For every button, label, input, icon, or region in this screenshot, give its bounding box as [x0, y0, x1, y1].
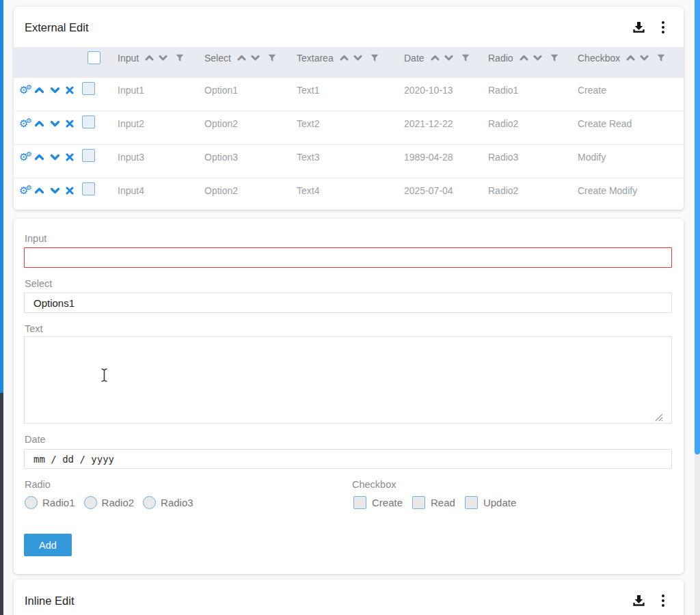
left-scrollbar-track[interactable] [0, 393, 3, 615]
cell-textarea: Text1 [291, 85, 399, 96]
move-up-icon[interactable] [34, 187, 44, 194]
select-all-checkbox[interactable] [88, 51, 100, 64]
move-down-icon[interactable] [50, 87, 60, 94]
radio-option-radio1[interactable]: Radio1 [25, 496, 75, 509]
filter-icon[interactable] [371, 54, 379, 62]
cell-input: Input2 [112, 118, 199, 129]
sort-asc-icon[interactable] [145, 55, 154, 61]
cell-input: Input1 [112, 85, 199, 96]
input-field[interactable] [24, 247, 672, 268]
cell-input: Input3 [112, 152, 199, 163]
row-checkbox[interactable] [82, 182, 95, 195]
select-field-label: Select [25, 278, 52, 289]
radio-icon[interactable] [143, 496, 156, 509]
checkbox-option-label: Read [431, 497, 455, 508]
kebab-menu-icon[interactable] [661, 21, 665, 33]
radio-option-radio3[interactable]: Radio3 [143, 496, 193, 509]
select-field-value: Options1 [33, 297, 75, 309]
checkbox-group: Create Read Update [353, 496, 516, 509]
column-header-checkbox: Checkbox [572, 53, 684, 64]
row-checkbox[interactable] [82, 149, 95, 162]
checkbox-icon[interactable] [412, 496, 425, 509]
delete-icon[interactable] [66, 86, 74, 94]
column-label: Date [404, 53, 425, 64]
filter-icon[interactable] [176, 54, 184, 62]
sort-asc-icon[interactable] [626, 55, 635, 61]
move-up-icon[interactable] [34, 87, 44, 94]
radio-icon[interactable] [25, 496, 38, 509]
move-up-icon[interactable] [34, 154, 44, 161]
sort-desc-icon[interactable] [353, 55, 362, 61]
cell-radio: Radio1 [483, 85, 572, 96]
filter-icon[interactable] [268, 54, 276, 62]
sort-desc-icon[interactable] [159, 55, 167, 61]
delete-icon[interactable] [66, 120, 74, 128]
settings-icon[interactable]: ⚙⚙ [19, 184, 29, 197]
cell-checkbox: Modify [572, 152, 684, 163]
cell-select: Option1 [199, 85, 291, 96]
text-field-label: Text [25, 323, 43, 334]
sort-asc-icon[interactable] [237, 55, 246, 61]
column-header-date: Date [399, 53, 483, 64]
move-down-icon[interactable] [50, 187, 60, 194]
sort-desc-icon[interactable] [533, 55, 542, 61]
checkbox-option-create[interactable]: Create [353, 496, 403, 509]
radio-group-label: Radio [25, 479, 51, 490]
filter-icon[interactable] [657, 54, 665, 62]
cell-select: Option2 [199, 185, 291, 196]
column-label: Select [204, 53, 231, 64]
row-checkbox[interactable] [82, 82, 95, 95]
checkbox-icon[interactable] [353, 496, 366, 509]
external-edit-card: External Edit Input Select [14, 7, 684, 210]
cell-textarea: Text3 [291, 152, 399, 163]
cell-radio: Radio2 [483, 185, 572, 196]
sort-asc-icon[interactable] [520, 55, 528, 61]
cell-date: 2020-10-13 [399, 85, 483, 96]
column-label: Checkbox [578, 53, 620, 64]
right-scrollbar-thumb[interactable] [695, 0, 700, 454]
left-scrollbar-thumb[interactable] [0, 0, 3, 393]
sort-desc-icon[interactable] [640, 55, 649, 61]
move-up-icon[interactable] [34, 120, 44, 127]
column-header-input: Input [112, 53, 199, 64]
filter-icon[interactable] [550, 54, 558, 62]
settings-icon[interactable]: ⚙⚙ [19, 84, 29, 96]
checkbox-option-label: Create [372, 497, 403, 508]
checkbox-group-label: Checkbox [352, 479, 396, 490]
select-field[interactable]: Options1 [24, 292, 672, 313]
cell-date: 1989-04-28 [399, 152, 483, 163]
radio-option-radio2[interactable]: Radio2 [84, 496, 135, 509]
column-label: Textarea [297, 53, 334, 64]
table-row: ⚙⚙ Input4 Option2 Text4 2025-07-04 Radio… [14, 178, 684, 211]
settings-icon[interactable]: ⚙⚙ [19, 118, 29, 130]
radio-group: Radio1 Radio2 Radio3 [25, 496, 193, 509]
sort-asc-icon[interactable] [340, 55, 349, 61]
checkbox-option-update[interactable]: Update [465, 496, 516, 509]
sort-asc-icon[interactable] [431, 55, 440, 61]
inline-edit-card: Inline Edit [14, 579, 684, 615]
move-down-icon[interactable] [50, 154, 60, 161]
delete-icon[interactable] [66, 153, 74, 161]
add-button[interactable]: Add [24, 534, 72, 556]
kebab-menu-icon[interactable] [661, 594, 665, 607]
move-down-icon[interactable] [50, 120, 60, 127]
checkbox-icon[interactable] [465, 496, 478, 509]
download-icon[interactable] [632, 20, 645, 33]
sort-desc-icon[interactable] [444, 55, 453, 61]
radio-icon[interactable] [84, 496, 97, 509]
checkbox-option-read[interactable]: Read [412, 496, 455, 509]
cell-checkbox: Create Modify [572, 185, 684, 196]
textarea-field[interactable] [24, 336, 672, 424]
download-icon[interactable] [632, 594, 645, 607]
delete-icon[interactable] [66, 187, 74, 195]
sort-desc-icon[interactable] [251, 55, 260, 61]
cell-select: Option2 [199, 118, 291, 129]
settings-icon[interactable]: ⚙⚙ [19, 151, 29, 163]
card-title: Inline Edit [25, 594, 74, 607]
date-field[interactable] [24, 449, 672, 469]
row-checkbox[interactable] [82, 115, 95, 128]
cell-textarea: Text4 [291, 185, 399, 196]
cell-select: Option3 [199, 152, 291, 163]
filter-icon[interactable] [461, 54, 470, 62]
input-field-label: Input [25, 233, 46, 244]
